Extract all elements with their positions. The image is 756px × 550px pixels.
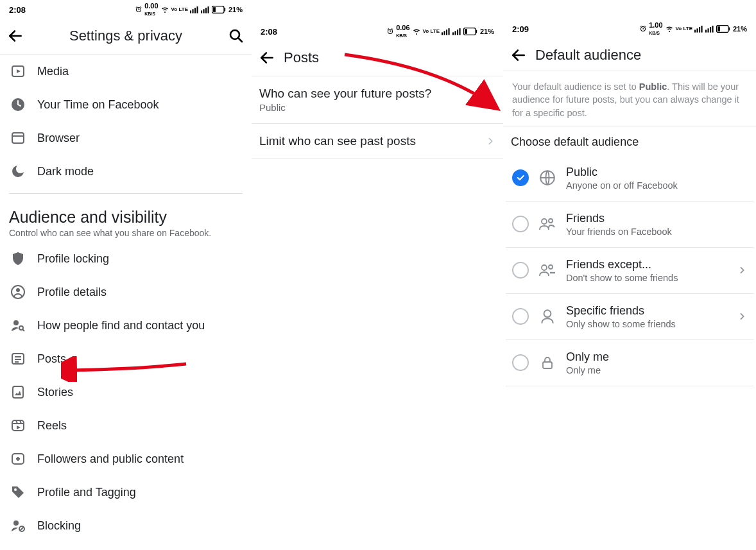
option-public[interactable]: Public Anyone on or off Facebook [506,155,753,202]
back-button[interactable] [6,27,24,45]
option-title: Friends [566,212,747,225]
back-button[interactable] [258,49,276,67]
svg-rect-56 [701,26,702,33]
arrow-left-icon [510,47,527,64]
search-icon [228,28,244,44]
alarm-icon [639,25,647,33]
row-label: Profile details [37,286,107,299]
option-only-me[interactable]: Only me Only me [506,340,753,386]
option-friends-except[interactable]: Friends except... Don't show to some fri… [506,248,753,294]
wifi-icon [665,25,674,33]
row-dark-mode[interactable]: Dark mode [0,155,252,188]
back-button[interactable] [510,46,528,64]
row-profile-tagging[interactable]: Profile and Tagging [0,476,252,509]
row-posts[interactable]: Posts [0,342,252,375]
svg-point-20 [16,288,20,292]
globe-icon [539,169,556,186]
row-browser[interactable]: Browser [0,121,252,155]
row-how-people-find[interactable]: How people find and contact you [0,309,252,342]
screen-posts: 2:08 0.06KB/S Vo LTE 21% Posts Who can [252,0,503,550]
followers-icon [10,451,26,467]
radio-unselected [512,308,529,325]
section-title: Audience and visibility [9,208,243,227]
network-label: Vo LTE [171,7,188,12]
moon-icon [10,164,26,179]
svg-rect-53 [694,30,696,32]
row-title: Limit who can see past posts [259,134,480,148]
signal-icon [694,25,703,33]
svg-point-66 [542,219,547,224]
svg-point-22 [19,326,23,330]
option-subtitle: Only show to some friends [566,319,728,329]
alarm-icon [386,28,394,35]
option-title: Public [566,166,747,179]
specific-friend-icon [539,308,556,325]
row-past-posts[interactable]: Limit who can see past posts [252,124,503,159]
svg-rect-50 [465,29,467,34]
search-button[interactable] [227,27,245,45]
row-label: Browser [37,132,80,145]
chevron-right-icon [485,134,495,148]
row-media[interactable]: Media [0,55,252,88]
status-time: 2:08 [9,5,26,15]
row-label: Media [37,65,69,78]
row-followers[interactable]: Followers and public content [0,442,252,476]
svg-rect-63 [728,27,730,30]
row-label: How people find and contact you [37,319,205,332]
row-profile-locking[interactable]: Profile locking [0,242,252,275]
stories-icon [10,384,26,400]
screen-settings-privacy: 2:08 0.00KB/S Vo LTE 21% Settings & priv… [0,0,252,550]
row-label: Profile and Tagging [37,486,136,499]
signal-icon [190,6,199,13]
svg-rect-72 [543,362,552,368]
svg-rect-57 [705,30,707,32]
row-future-posts[interactable]: Who can see your future posts? Public [252,76,503,124]
page-title: Default audience [535,47,641,64]
svg-rect-5 [203,9,204,13]
section-header: Audience and visibility Control who can … [0,199,252,242]
svg-rect-58 [707,28,709,32]
svg-rect-60 [712,26,713,33]
svg-rect-45 [452,32,454,35]
row-profile-details[interactable]: Profile details [0,275,252,309]
chevron-right-icon [737,309,747,323]
option-subtitle: Anyone on or off Facebook [566,180,747,191]
svg-rect-7 [207,6,209,13]
svg-point-68 [542,265,547,270]
description-text: Your default audience is set to Public. … [503,71,756,126]
row-your-time[interactable]: Your Time on Facebook [0,88,252,121]
status-time: 2:09 [512,24,529,34]
svg-rect-9 [213,7,216,12]
radio-selected [512,169,529,186]
status-time: 2:08 [261,27,277,37]
row-label: Your Time on Facebook [37,98,159,112]
media-icon [10,64,26,79]
svg-rect-62 [717,26,720,31]
status-bar: 2:08 0.06KB/S Vo LTE 21% [252,22,503,41]
svg-point-71 [544,311,551,318]
svg-rect-51 [476,30,477,33]
row-label: Stories [37,386,73,399]
battery-icon [212,6,226,13]
svg-point-37 [14,488,17,491]
row-label: Posts [37,352,66,366]
option-subtitle: Only me [566,365,747,375]
svg-rect-29 [12,420,24,431]
row-blocking[interactable]: Blocking [0,509,252,542]
svg-point-38 [13,520,19,526]
row-reels[interactable]: Reels [0,409,252,442]
option-friends[interactable]: Friends Your friends on Facebook [506,202,753,248]
shield-icon [10,251,26,266]
svg-rect-54 [696,28,698,32]
row-title: Who can see your future posts? [259,87,480,101]
svg-rect-41 [442,32,443,35]
svg-rect-4 [201,10,202,13]
reels-icon [10,418,26,433]
post-icon [10,351,26,366]
row-label: Followers and public content [37,452,184,466]
row-stories[interactable]: Stories [0,375,252,409]
option-title: Specific friends [566,304,728,318]
tag-icon [10,485,26,500]
option-subtitle: Don't show to some friends [566,273,728,283]
option-specific-friends[interactable]: Specific friends Only show to some frien… [506,294,753,340]
